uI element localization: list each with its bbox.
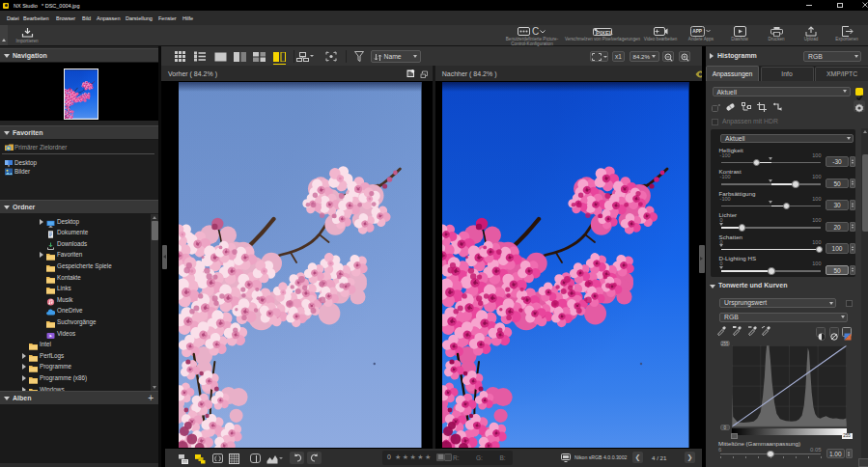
svg-text:C: C	[532, 26, 539, 37]
svg-text:PIXEL: PIXEL	[596, 29, 613, 36]
svg-text:APP: APP	[692, 29, 703, 34]
